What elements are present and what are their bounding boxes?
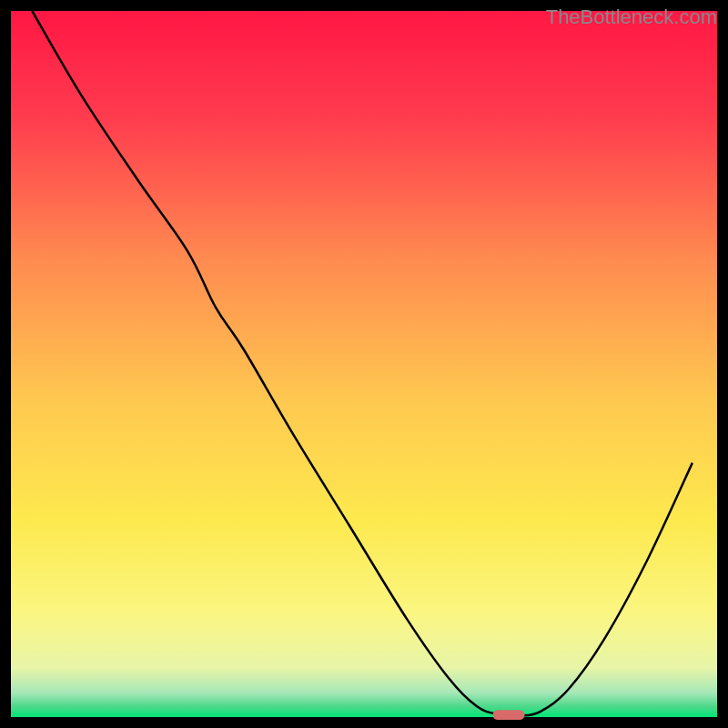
bottleneck-chart: [0, 0, 728, 728]
watermark-text: TheBottleneck.com: [546, 5, 717, 29]
chart-container: TheBottleneck.com: [0, 0, 728, 728]
optimal-point-marker: [493, 710, 525, 720]
chart-background: [11, 11, 717, 717]
